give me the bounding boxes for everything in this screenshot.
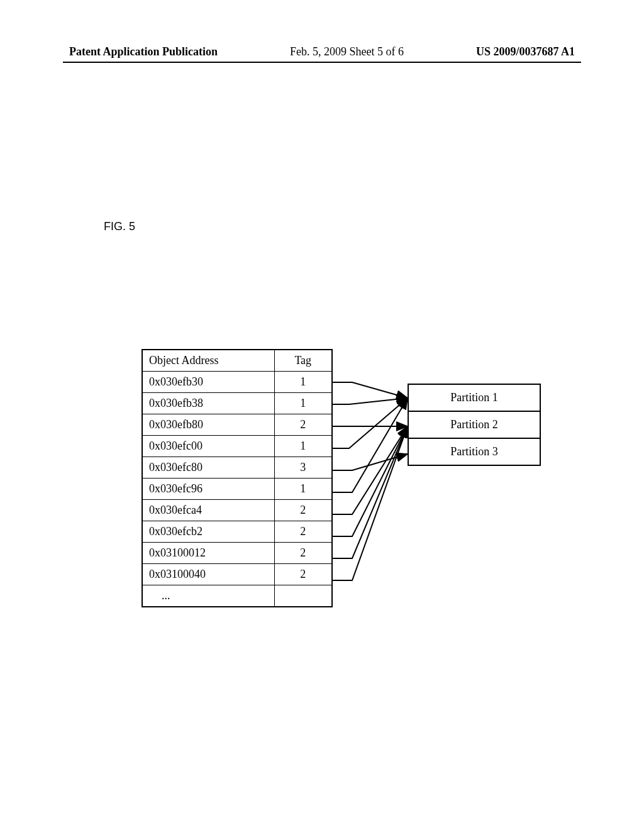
col-header-tag: Tag [274,350,332,372]
arrow-row5-to-partition3 [331,454,408,470]
arrow-row2-to-partition1 [331,398,408,404]
header-right: US 2009/0037687 A1 [476,45,575,58]
cell-empty [274,585,332,607]
cell-tag: 2 [274,564,332,585]
cell-ellipsis: ... [142,585,274,607]
col-header-address: Object Address [142,350,274,372]
page-header: Patent Application Publication Feb. 5, 2… [69,45,575,58]
arrow-row9-to-partition2 [331,426,408,558]
arrow-row6-to-partition1 [331,398,408,492]
table-row: 0x030efc96 1 [142,479,332,500]
cell-tag: 2 [274,543,332,564]
table-row: 0x030efb38 1 [142,393,332,414]
cell-address: 0x030efc80 [142,457,274,479]
table-row: 0x030efc80 3 [142,457,332,479]
cell-tag: 1 [274,393,332,414]
partition-stack: Partition 1 Partition 2 Partition 3 [408,384,541,466]
arrow-row1-to-partition1 [331,382,408,398]
cell-address: 0x030efc00 [142,436,274,457]
figure-label: FIG. 5 [104,220,135,233]
table-row: 0x030efb80 2 [142,414,332,436]
header-rule [63,62,581,63]
page: Patent Application Publication Feb. 5, 2… [0,0,644,830]
arrow-row4-to-partition1 [331,398,408,448]
table-row: 0x03100012 2 [142,543,332,564]
header-left: Patent Application Publication [69,45,218,58]
cell-address: 0x030efcb2 [142,521,274,543]
cell-address: 0x030efca4 [142,500,274,521]
arrow-row8-to-partition2 [331,426,408,536]
table-row: 0x030efb30 1 [142,372,332,393]
arrow-row7-to-partition2 [331,426,408,514]
cell-address: 0x030efc96 [142,479,274,500]
header-center: Feb. 5, 2009 Sheet 5 of 6 [290,45,404,58]
partition-row: Partition 3 [409,439,540,465]
cell-tag: 2 [274,414,332,436]
table-row: 0x030efcb2 2 [142,521,332,543]
cell-address: 0x030efb30 [142,372,274,393]
cell-tag: 3 [274,457,332,479]
table-row: 0x030efc00 1 [142,436,332,457]
cell-address: 0x03100040 [142,564,274,585]
partition-row: Partition 1 [409,385,540,412]
cell-tag: 2 [274,521,332,543]
cell-tag: 2 [274,500,332,521]
table-row-ellipsis: ... [142,585,332,607]
address-tag-table: Object Address Tag 0x030efb30 1 0x030efb… [142,349,333,607]
cell-address: 0x030efb80 [142,414,274,436]
cell-address: 0x030efb38 [142,393,274,414]
partition-row: Partition 2 [409,412,540,439]
cell-tag: 1 [274,479,332,500]
cell-tag: 1 [274,372,332,393]
table-row: 0x03100040 2 [142,564,332,585]
table-row: 0x030efca4 2 [142,500,332,521]
cell-tag: 1 [274,436,332,457]
cell-address: 0x03100012 [142,543,274,564]
arrow-row10-to-partition2 [331,426,408,580]
table-header-row: Object Address Tag [142,350,332,372]
